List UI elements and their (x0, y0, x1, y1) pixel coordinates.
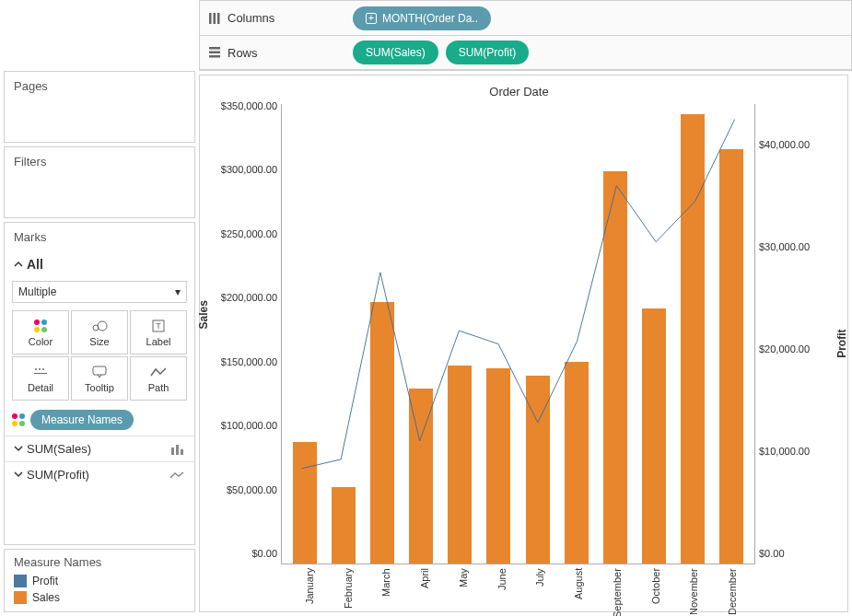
x-label: November (688, 568, 699, 616)
y-tick-left: $350,000.00 (221, 100, 277, 111)
rows-shelf[interactable]: Rows SUM(Sales) SUM(Profit) (199, 35, 852, 70)
svg-rect-3 (209, 47, 220, 50)
svg-rect-4 (209, 52, 220, 54)
sales-bar[interactable] (486, 368, 510, 564)
svg-point-12 (42, 368, 44, 370)
chevron-up-icon (14, 257, 23, 272)
expand-icon: + (366, 13, 377, 24)
pages-card[interactable]: Pages (4, 71, 195, 143)
marks-card: Marks All Multiple ▾ Color (4, 222, 195, 545)
filters-title: Filters (5, 147, 194, 176)
sales-bar[interactable] (681, 114, 705, 564)
x-label: August (573, 568, 584, 616)
chevron-down-icon (14, 468, 23, 482)
shelves-area: Columns + MONTH(Order Da.. Rows SUM(Sale… (199, 0, 852, 71)
x-label: December (727, 568, 738, 616)
label-icon: T (152, 318, 165, 334)
sales-swatch (14, 591, 27, 604)
y-tick-right: $40,000.00 (759, 139, 810, 150)
measure-names-pill[interactable]: Measure Names (30, 410, 134, 430)
svg-rect-16 (176, 445, 179, 455)
x-label: July (534, 568, 545, 616)
columns-label: Columns (228, 11, 274, 25)
color-button[interactable]: Color (12, 310, 69, 354)
profit-swatch (14, 575, 27, 587)
x-label: April (419, 568, 430, 616)
svg-rect-1 (214, 13, 216, 24)
x-label: March (380, 568, 391, 616)
sales-bar[interactable] (332, 487, 356, 564)
x-axis: JanuaryFebruaryMarchAprilMayJuneJulyAugu… (209, 564, 755, 616)
y-tick-left: $0.00 (251, 548, 277, 559)
mark-type-select[interactable]: Multiple ▾ (12, 281, 187, 303)
path-icon (150, 364, 167, 380)
svg-rect-14 (93, 366, 106, 375)
detail-icon (34, 364, 47, 380)
sidebar: Pages Filters Marks All Multiple ▾ (0, 71, 199, 616)
y-tick-right: $0.00 (759, 548, 785, 559)
y-tick-left: $100,000.00 (221, 420, 277, 431)
columns-pill-month[interactable]: + MONTH(Order Da.. (353, 6, 491, 30)
tooltip-icon (92, 364, 107, 380)
size-button[interactable]: Size (71, 310, 128, 354)
legend-title: Measure Names (14, 555, 185, 573)
path-button[interactable]: Path (130, 356, 187, 401)
pages-title: Pages (5, 72, 194, 100)
svg-rect-0 (209, 13, 212, 24)
sales-bar[interactable] (526, 376, 550, 564)
sales-bar[interactable] (370, 302, 394, 564)
svg-rect-13 (34, 373, 47, 374)
x-label: June (496, 568, 508, 616)
right-axis-label: Profit (835, 329, 848, 357)
filters-card[interactable]: Filters (4, 146, 195, 218)
y-tick-left: $150,000.00 (221, 356, 277, 367)
x-label: October (650, 568, 661, 616)
dropdown-icon: ▾ (175, 285, 181, 298)
y-axis-right: Profit $0.00$10,000.00$20,000.00$30,000.… (755, 104, 829, 564)
svg-text:T: T (156, 321, 161, 331)
marks-all-toggle[interactable]: All (5, 251, 194, 277)
svg-rect-5 (209, 55, 220, 58)
tooltip-button[interactable]: Tooltip (71, 356, 128, 401)
y-tick-right: $20,000.00 (759, 343, 810, 354)
y-tick-left: $50,000.00 (227, 484, 277, 495)
marks-title: Marks (5, 223, 194, 251)
sales-bar[interactable] (603, 171, 627, 564)
columns-shelf[interactable]: Columns + MONTH(Order Da.. (199, 0, 852, 35)
color-icon (34, 320, 47, 332)
chart-title: Order Date (209, 85, 829, 99)
x-label: February (343, 568, 354, 616)
y-tick-left: $200,000.00 (221, 292, 277, 303)
color-icon (12, 413, 25, 426)
rows-pill-profit[interactable]: SUM(Profit) (446, 41, 530, 64)
legend-card: Measure Names Profit Sales (4, 549, 195, 612)
marks-sum-sales[interactable]: SUM(Sales) (5, 436, 194, 461)
sales-bar[interactable] (293, 442, 317, 564)
size-icon (91, 318, 108, 334)
legend-sales[interactable]: Sales (14, 589, 185, 606)
x-label: May (458, 568, 469, 616)
svg-rect-2 (217, 13, 220, 24)
marks-sum-profit[interactable]: SUM(Profit) (5, 461, 194, 487)
detail-button[interactable]: Detail (12, 356, 69, 401)
rows-pill-sales[interactable]: SUM(Sales) (353, 41, 438, 64)
legend-profit[interactable]: Profit (14, 573, 185, 589)
y-tick-right: $10,000.00 (759, 446, 810, 457)
y-axis-left: Sales $0.00$50,000.00$100,000.00$150,000… (209, 104, 281, 564)
columns-icon (207, 11, 222, 26)
sales-bar[interactable] (642, 308, 666, 564)
x-label: September (612, 568, 623, 616)
label-button[interactable]: T Label (130, 310, 187, 354)
sales-bar[interactable] (719, 149, 743, 564)
chevron-down-icon (14, 442, 23, 456)
y-tick-left: $300,000.00 (221, 164, 277, 175)
sales-bar[interactable] (448, 366, 472, 564)
svg-rect-17 (181, 449, 183, 455)
left-axis-label: Sales (197, 300, 210, 329)
sales-bar[interactable] (565, 362, 589, 564)
sales-bar[interactable] (409, 389, 433, 564)
svg-rect-15 (171, 447, 174, 455)
chart-canvas: Order Date Sales $0.00$50,000.00$100,000… (199, 75, 848, 612)
plot-area[interactable] (281, 104, 755, 564)
svg-point-10 (35, 368, 37, 370)
